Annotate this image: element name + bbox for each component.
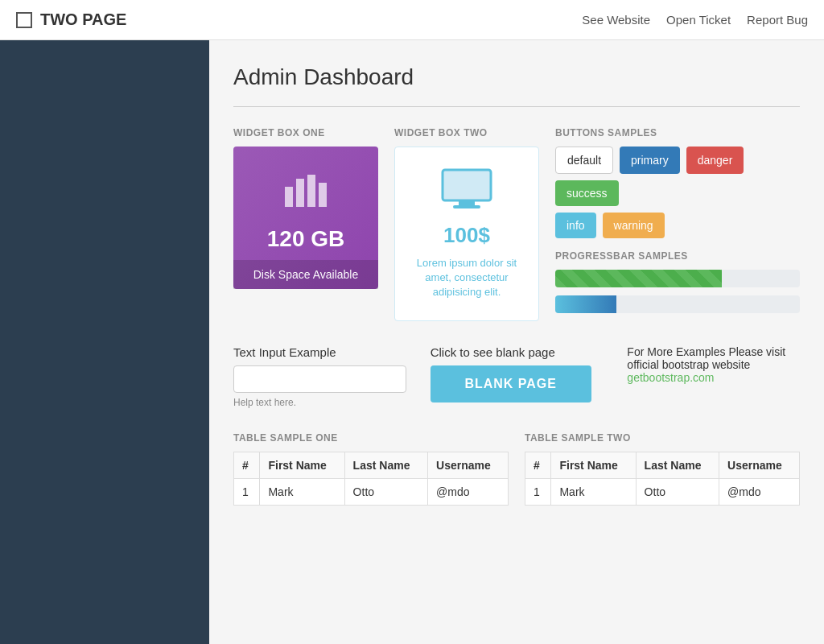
table-two-header-row: # First Name Last Name Username — [525, 452, 800, 479]
more-info-section: For More Examples Please visit official … — [627, 345, 800, 384]
progressbar-section: PROGRESSBAR SAMPLES — [555, 250, 800, 313]
widget-two-desc: Lorem ipsum dolor sit amet, consectetur … — [411, 256, 522, 300]
buttons-section: BUTTONS SAMPLES default primary danger s… — [555, 127, 800, 321]
progress-bar-2 — [555, 295, 800, 313]
table-row: 1 Mark Otto @mdo — [234, 479, 509, 506]
table-one-section: TABLE SAMPLE ONE # First Name Last Name … — [233, 432, 509, 506]
table-two-col-lname: Last Name — [636, 452, 719, 479]
table-one-col-num: # — [234, 452, 260, 479]
svg-rect-4 — [443, 170, 491, 200]
tables-row: TABLE SAMPLE ONE # First Name Last Name … — [233, 432, 800, 506]
more-info-text: For More Examples Please visit official … — [627, 345, 785, 371]
buttons-row-1: default primary danger success — [555, 147, 800, 206]
sidebar — [0, 40, 209, 644]
table-one-row1-lname: Otto — [344, 479, 427, 506]
table-one: # First Name Last Name Username 1 Mark O… — [233, 452, 509, 506]
table-one-col-lname: Last Name — [344, 452, 427, 479]
navbar-links: See Website Open Ticket Report Bug — [582, 13, 808, 27]
navbar: TWO PAGE See Website Open Ticket Report … — [0, 0, 824, 40]
brand: TWO PAGE — [16, 10, 126, 29]
svg-rect-6 — [453, 205, 480, 208]
table-one-row1-num: 1 — [234, 479, 260, 506]
report-bug-link[interactable]: Report Bug — [747, 13, 808, 27]
table-two-row1-fname: Mark — [551, 479, 636, 506]
widget-one-icon-area — [249, 171, 362, 214]
widget-one-value: 120 GB — [249, 226, 362, 252]
svg-rect-3 — [319, 183, 327, 207]
table-one-col-fname: First Name — [260, 452, 344, 479]
table-two-section: TABLE SAMPLE TWO # First Name Last Name … — [525, 432, 800, 506]
blank-page-button[interactable]: BLANK PAGE — [431, 365, 591, 402]
widget-one-description: Disk Space Available — [233, 260, 378, 289]
progress-fill-1 — [555, 270, 722, 287]
svg-rect-5 — [459, 200, 475, 205]
chart-bar-icon — [282, 171, 330, 214]
table-two-head: # First Name Last Name Username — [525, 452, 800, 479]
table-one-label: TABLE SAMPLE ONE — [233, 432, 509, 444]
table-two-row1-num: 1 — [525, 479, 551, 506]
blank-page-label: Click to see blank page — [431, 345, 604, 359]
btn-info[interactable]: info — [555, 213, 596, 238]
widget-two-box: 100$ Lorem ipsum dolor sit amet, consect… — [394, 147, 539, 321]
widget-one-label: WIDGET BOX ONE — [233, 127, 378, 138]
table-two-row1-lname: Otto — [636, 479, 719, 506]
open-ticket-link[interactable]: Open Ticket — [666, 13, 731, 27]
btn-default[interactable]: default — [555, 147, 613, 174]
svg-rect-2 — [307, 175, 315, 207]
table-two-body: 1 Mark Otto @mdo — [525, 479, 800, 506]
widget-two-label: WIDGET BOX TWO — [394, 127, 539, 138]
brand-title: TWO PAGE — [40, 10, 126, 29]
table-two-row1-uname: @mdo — [719, 479, 800, 506]
table-one-col-uname: Username — [428, 452, 509, 479]
widget-two-value: 100$ — [411, 223, 522, 248]
table-two-col-uname: Username — [719, 452, 800, 479]
layout: Admin Dashboard WIDGET BOX ONE — [0, 40, 824, 644]
widget-row: WIDGET BOX ONE 120 GB Dis — [233, 127, 800, 321]
page-title: Admin Dashboard — [233, 64, 800, 90]
btn-primary[interactable]: primary — [620, 147, 680, 174]
widget-one-box: 120 GB Disk Space Available — [233, 147, 378, 289]
monitor-icon — [411, 167, 522, 215]
form-row: Text Input Example Help text here. Click… — [233, 345, 800, 408]
see-website-link[interactable]: See Website — [582, 13, 650, 27]
title-divider — [233, 106, 800, 107]
text-input-label: Text Input Example — [233, 345, 406, 359]
brand-icon — [16, 12, 32, 28]
table-two-col-fname: First Name — [551, 452, 636, 479]
text-input[interactable] — [233, 365, 406, 393]
blank-page-section: Click to see blank page BLANK PAGE — [431, 345, 604, 402]
progress-bar-1 — [555, 270, 800, 287]
buttons-row-2: info warning — [555, 213, 800, 238]
table-one-row1-uname: @mdo — [428, 479, 509, 506]
bootstrap-link[interactable]: getbootstrap.com — [627, 371, 714, 384]
widget-one-container: WIDGET BOX ONE 120 GB Dis — [233, 127, 378, 289]
widget-two-container: WIDGET BOX TWO 100$ Lorem ipsum dolor si… — [394, 127, 539, 321]
buttons-section-label: BUTTONS SAMPLES — [555, 127, 800, 138]
progress-fill-2 — [555, 295, 616, 313]
table-two: # First Name Last Name Username 1 Mark O… — [525, 452, 800, 506]
btn-success[interactable]: success — [555, 180, 619, 206]
table-one-head: # First Name Last Name Username — [234, 452, 509, 479]
svg-rect-0 — [285, 187, 293, 207]
table-one-row1-fname: Mark — [260, 479, 344, 506]
progressbar-label: PROGRESSBAR SAMPLES — [555, 250, 800, 262]
btn-warning[interactable]: warning — [603, 213, 665, 238]
table-two-col-num: # — [525, 452, 551, 479]
main-content: Admin Dashboard WIDGET BOX ONE — [209, 40, 824, 644]
help-text: Help text here. — [233, 397, 406, 408]
svg-rect-1 — [296, 179, 304, 207]
table-one-body: 1 Mark Otto @mdo — [234, 479, 509, 506]
table-one-header-row: # First Name Last Name Username — [234, 452, 509, 479]
btn-danger[interactable]: danger — [686, 147, 744, 174]
table-two-label: TABLE SAMPLE TWO — [525, 432, 800, 444]
text-input-group: Text Input Example Help text here. — [233, 345, 406, 408]
table-row: 1 Mark Otto @mdo — [525, 479, 800, 506]
